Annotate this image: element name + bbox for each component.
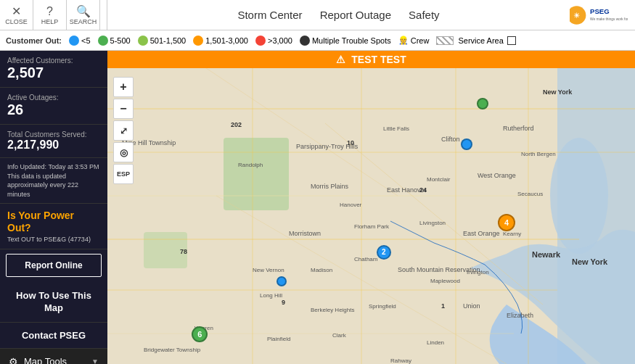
svg-text:Rahway: Rahway — [390, 357, 411, 364]
header: ✕ CLOSE ? HELP 🔍 SEARCH Storm Center Rep… — [0, 0, 635, 30]
zoom-out-button[interactable]: − — [113, 99, 134, 119]
svg-text:202: 202 — [231, 121, 242, 128]
close-button[interactable]: ✕ CLOSE — [0, 0, 33, 30]
map-svg: 202 10 24 78 9 1 Mine Hill Township Rand… — [107, 51, 635, 364]
marker-small-1[interactable] — [461, 138, 472, 150]
menu-map-tools[interactable]: ⚙ Map Tools ▼ — [0, 349, 107, 364]
svg-text:Chatham: Chatham — [354, 256, 378, 262]
svg-point-5 — [550, 138, 608, 254]
legend-multiple: Multiple Trouble Spots — [300, 36, 391, 46]
svg-text:Rutherford: Rutherford — [503, 125, 534, 132]
legend-service-area: Service Area — [436, 36, 515, 45]
svg-text:Newark: Newark — [532, 250, 561, 259]
svg-text:Livingston: Livingston — [419, 220, 446, 226]
svg-text:Plainfield: Plainfield — [267, 336, 290, 342]
svg-text:Berkeley Heights: Berkeley Heights — [311, 307, 354, 313]
header-logo: ☀ PSEG We make things work for you. — [570, 4, 635, 27]
marker-small-3[interactable] — [276, 276, 287, 286]
svg-text:9: 9 — [282, 299, 285, 306]
map-controls: + − ⤢ ◎ ESP — [113, 77, 134, 184]
power-out-section: Is Your Power Out? Text OUT to PSE&G (47… — [0, 204, 107, 249]
nav-storm-center[interactable]: Storm Center — [237, 9, 302, 21]
svg-text:Union: Union — [463, 302, 480, 310]
svg-text:Clifton: Clifton — [441, 136, 460, 143]
info-update: Info Updated: Today at 3:53 PM This data… — [0, 158, 107, 204]
svg-text:West Orange: West Orange — [478, 172, 516, 179]
search-button[interactable]: 🔍 SEARCH — [67, 0, 100, 30]
svg-text:East Orange: East Orange — [463, 230, 500, 237]
map-tools-icon: ⚙ — [9, 356, 18, 364]
svg-text:PSEG: PSEG — [590, 7, 610, 15]
legend-15013000: 1,501-3,000 — [193, 36, 248, 46]
svg-text:1: 1 — [441, 302, 445, 310]
main-content: Affected Customers: 2,507 Active Outages… — [0, 51, 635, 364]
svg-text:Randolph: Randolph — [238, 162, 263, 168]
sidebar: Affected Customers: 2,507 Active Outages… — [0, 51, 107, 364]
active-outages-label: Active Outages: — [7, 94, 100, 102]
active-outages-section: Active Outages: 26 — [0, 88, 107, 125]
fit-bounds-button[interactable]: ⤢ — [113, 120, 134, 141]
service-area-pattern — [436, 36, 454, 45]
how-to-use-link[interactable]: How To Use This Map — [0, 283, 107, 323]
power-out-sub: Text OUT to PSE&G (47734) — [7, 236, 100, 243]
svg-text:Irvington: Irvington — [467, 269, 489, 276]
help-button[interactable]: ? HELP — [33, 0, 67, 30]
power-out-title: Is Your Power Out? — [7, 210, 100, 234]
svg-text:Morris Plains: Morris Plains — [311, 183, 349, 190]
legend-dot-multiple — [300, 36, 310, 46]
svg-text:We make things work for you.: We make things work for you. — [590, 17, 628, 21]
affected-customers-label: Affected Customers: — [7, 57, 100, 65]
active-outages-value: 26 — [7, 102, 100, 118]
nav-safety[interactable]: Safety — [409, 9, 440, 21]
svg-text:Springfield: Springfield — [369, 303, 396, 310]
chevron-down-icon: ▼ — [91, 357, 99, 364]
zoom-in-button[interactable]: + — [113, 77, 134, 97]
affected-customers-section: Affected Customers: 2,507 — [0, 51, 107, 88]
marker-4[interactable]: 4 — [498, 214, 515, 231]
legend-dot-5011500 — [138, 36, 148, 46]
marker-2[interactable]: 2 — [377, 245, 391, 260]
svg-text:Little Falls: Little Falls — [383, 125, 409, 132]
svg-text:Kearny: Kearny — [503, 231, 521, 237]
map-area[interactable]: 202 10 24 78 9 1 Mine Hill Township Rand… — [107, 51, 635, 364]
svg-text:Maplewood: Maplewood — [430, 278, 460, 284]
header-nav: Storm Center Report Outage Safety — [107, 9, 570, 21]
esp-button[interactable]: ESP — [113, 164, 134, 184]
svg-text:Linden: Linden — [427, 339, 444, 346]
svg-rect-6 — [224, 138, 289, 210]
affected-customers-value: 2,507 — [7, 65, 100, 81]
report-online-button[interactable]: Report Online — [6, 254, 102, 277]
svg-text:New York: New York — [543, 88, 573, 96]
header-left: ✕ CLOSE ? HELP 🔍 SEARCH — [0, 0, 107, 30]
service-area-checkbox[interactable] — [507, 36, 516, 45]
total-customers-section: Total Customers Served: 2,217,990 — [0, 125, 107, 158]
svg-text:Montclair: Montclair — [427, 176, 451, 183]
svg-text:Clark: Clark — [332, 332, 347, 339]
svg-text:Morristown: Morristown — [289, 230, 321, 237]
legend-dot-15013000 — [193, 36, 203, 46]
svg-text:North Bergen: North Bergen — [521, 151, 556, 157]
pseg-logo-svg: ☀ PSEG We make things work for you. — [570, 4, 628, 27]
locate-button[interactable]: ◎ — [113, 142, 134, 162]
legend-gt3000: >3,000 — [255, 36, 292, 46]
marker-small-2[interactable] — [477, 98, 488, 109]
test-banner: ⚠ TEST TEST — [107, 51, 635, 68]
legend-dot-lt5 — [69, 36, 79, 46]
svg-text:New Vernon: New Vernon — [253, 267, 284, 273]
customer-out-label: Customer Out: — [6, 36, 62, 45]
svg-text:Secaucus: Secaucus — [517, 191, 543, 197]
total-customers-value: 2,217,990 — [7, 138, 100, 152]
legend-dot-gt3000 — [255, 36, 266, 46]
svg-text:East Hanover: East Hanover — [387, 186, 427, 194]
svg-text:Bridgewater Township: Bridgewater Township — [144, 347, 201, 353]
svg-text:☀: ☀ — [573, 12, 580, 20]
legend-crew: 👷 Crew — [398, 36, 430, 45]
svg-text:Madison: Madison — [311, 267, 332, 273]
svg-text:Parsippany-Troy Hills: Parsippany-Troy Hills — [296, 143, 359, 150]
contact-pseg-link[interactable]: Contact PSEG — [0, 323, 107, 349]
legend-bar: Customer Out: <5 5-500 501-1,500 1,501-3… — [0, 30, 635, 51]
map-background: 202 10 24 78 9 1 Mine Hill Township Rand… — [107, 51, 635, 364]
legend-5500: 5-500 — [98, 36, 131, 46]
nav-report-outage[interactable]: Report Outage — [320, 9, 391, 21]
svg-text:New York: New York — [572, 257, 608, 266]
